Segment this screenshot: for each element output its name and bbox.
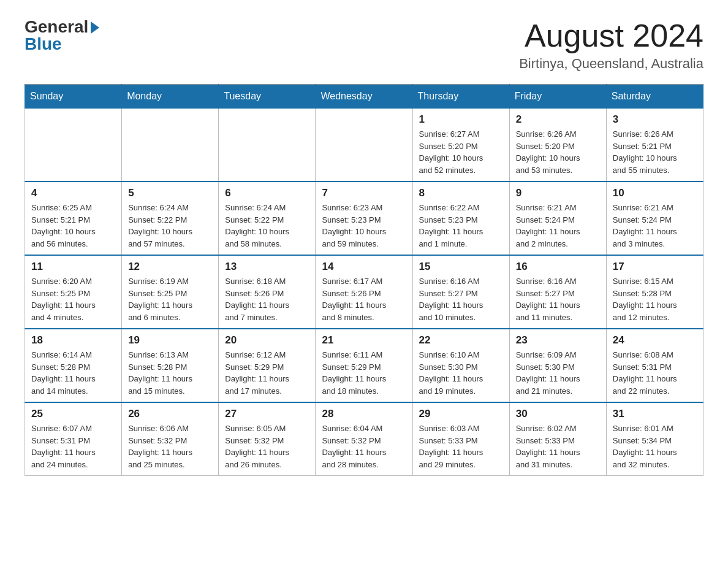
day-info: Sunrise: 6:02 AM Sunset: 5:33 PM Dayligh… (516, 423, 600, 470)
day-number: 23 (516, 334, 600, 347)
day-number: 25 (31, 408, 115, 420)
day-info: Sunrise: 6:09 AM Sunset: 5:30 PM Dayligh… (516, 349, 600, 397)
day-info: Sunrise: 6:26 AM Sunset: 5:20 PM Dayligh… (516, 128, 600, 176)
day-number: 24 (613, 334, 697, 347)
day-number: 9 (516, 187, 600, 199)
day-number: 16 (516, 261, 600, 273)
calendar-cell (316, 109, 412, 182)
calendar-cell: 25Sunrise: 6:07 AM Sunset: 5:31 PM Dayli… (25, 402, 122, 476)
day-number: 22 (419, 334, 503, 347)
calendar-header-saturday: Saturday (606, 85, 703, 109)
day-number: 8 (419, 187, 503, 199)
day-number: 30 (516, 408, 600, 420)
day-number: 15 (419, 261, 503, 273)
calendar-header-row: SundayMondayTuesdayWednesdayThursdayFrid… (25, 85, 703, 109)
calendar-cell: 17Sunrise: 6:15 AM Sunset: 5:28 PM Dayli… (606, 255, 703, 329)
day-info: Sunrise: 6:21 AM Sunset: 5:24 PM Dayligh… (516, 202, 600, 250)
calendar-cell: 13Sunrise: 6:18 AM Sunset: 5:26 PM Dayli… (219, 255, 316, 329)
calendar-header-wednesday: Wednesday (316, 85, 412, 109)
day-info: Sunrise: 6:26 AM Sunset: 5:21 PM Dayligh… (613, 128, 697, 176)
calendar-cell: 23Sunrise: 6:09 AM Sunset: 5:30 PM Dayli… (509, 329, 606, 402)
calendar-cell: 26Sunrise: 6:06 AM Sunset: 5:32 PM Dayli… (122, 402, 219, 476)
day-number: 27 (225, 408, 309, 420)
day-info: Sunrise: 6:12 AM Sunset: 5:29 PM Dayligh… (225, 349, 309, 397)
calendar-header-sunday: Sunday (25, 85, 122, 109)
calendar-cell: 5Sunrise: 6:24 AM Sunset: 5:22 PM Daylig… (122, 182, 219, 255)
day-info: Sunrise: 6:10 AM Sunset: 5:30 PM Dayligh… (419, 349, 503, 397)
calendar-header-tuesday: Tuesday (219, 85, 316, 109)
day-info: Sunrise: 6:14 AM Sunset: 5:28 PM Dayligh… (31, 349, 115, 397)
day-number: 19 (128, 334, 212, 347)
calendar-cell: 10Sunrise: 6:21 AM Sunset: 5:24 PM Dayli… (606, 182, 703, 255)
calendar-cell: 12Sunrise: 6:19 AM Sunset: 5:25 PM Dayli… (122, 255, 219, 329)
day-number: 31 (613, 408, 697, 420)
calendar-cell (122, 109, 219, 182)
day-number: 2 (516, 113, 600, 126)
day-number: 4 (31, 187, 115, 199)
calendar-header-thursday: Thursday (412, 85, 509, 109)
day-info: Sunrise: 6:11 AM Sunset: 5:29 PM Dayligh… (322, 349, 406, 397)
day-info: Sunrise: 6:20 AM Sunset: 5:25 PM Dayligh… (31, 275, 115, 323)
day-number: 3 (613, 113, 697, 126)
calendar-table: SundayMondayTuesdayWednesdayThursdayFrid… (25, 84, 703, 476)
calendar-week-row: 11Sunrise: 6:20 AM Sunset: 5:25 PM Dayli… (25, 255, 703, 329)
calendar-cell: 3Sunrise: 6:26 AM Sunset: 5:21 PM Daylig… (606, 109, 703, 182)
day-number: 14 (322, 261, 406, 273)
calendar-cell: 31Sunrise: 6:01 AM Sunset: 5:34 PM Dayli… (606, 402, 703, 476)
calendar-cell (25, 109, 122, 182)
calendar-cell: 16Sunrise: 6:16 AM Sunset: 5:27 PM Dayli… (509, 255, 606, 329)
calendar-cell: 2Sunrise: 6:26 AM Sunset: 5:20 PM Daylig… (509, 109, 606, 182)
day-info: Sunrise: 6:24 AM Sunset: 5:22 PM Dayligh… (128, 202, 212, 250)
day-number: 7 (322, 187, 406, 199)
day-info: Sunrise: 6:22 AM Sunset: 5:23 PM Dayligh… (419, 202, 503, 250)
calendar-header-friday: Friday (509, 85, 606, 109)
day-info: Sunrise: 6:04 AM Sunset: 5:32 PM Dayligh… (322, 423, 406, 470)
calendar-cell: 28Sunrise: 6:04 AM Sunset: 5:32 PM Dayli… (316, 402, 412, 476)
calendar-cell: 30Sunrise: 6:02 AM Sunset: 5:33 PM Dayli… (509, 402, 606, 476)
day-number: 20 (225, 334, 309, 347)
day-info: Sunrise: 6:19 AM Sunset: 5:25 PM Dayligh… (128, 275, 212, 323)
day-info: Sunrise: 6:03 AM Sunset: 5:33 PM Dayligh… (419, 423, 503, 470)
logo-blue-text: Blue (25, 36, 62, 53)
calendar-header-monday: Monday (122, 85, 219, 109)
calendar-cell: 7Sunrise: 6:23 AM Sunset: 5:23 PM Daylig… (316, 182, 412, 255)
logo: General Blue (25, 18, 99, 53)
day-number: 1 (419, 113, 503, 126)
day-info: Sunrise: 6:24 AM Sunset: 5:22 PM Dayligh… (225, 202, 309, 250)
month-title: August 2024 (519, 18, 703, 53)
calendar-cell: 20Sunrise: 6:12 AM Sunset: 5:29 PM Dayli… (219, 329, 316, 402)
calendar-cell: 14Sunrise: 6:17 AM Sunset: 5:26 PM Dayli… (316, 255, 412, 329)
day-info: Sunrise: 6:17 AM Sunset: 5:26 PM Dayligh… (322, 275, 406, 323)
day-info: Sunrise: 6:21 AM Sunset: 5:24 PM Dayligh… (613, 202, 697, 250)
day-number: 5 (128, 187, 212, 199)
day-number: 10 (613, 187, 697, 199)
day-info: Sunrise: 6:08 AM Sunset: 5:31 PM Dayligh… (613, 349, 697, 397)
calendar-cell: 18Sunrise: 6:14 AM Sunset: 5:28 PM Dayli… (25, 329, 122, 402)
day-number: 17 (613, 261, 697, 273)
calendar-cell: 4Sunrise: 6:25 AM Sunset: 5:21 PM Daylig… (25, 182, 122, 255)
day-number: 26 (128, 408, 212, 420)
day-number: 28 (322, 408, 406, 420)
calendar-cell: 6Sunrise: 6:24 AM Sunset: 5:22 PM Daylig… (219, 182, 316, 255)
day-info: Sunrise: 6:01 AM Sunset: 5:34 PM Dayligh… (613, 423, 697, 470)
calendar-cell (219, 109, 316, 182)
day-info: Sunrise: 6:18 AM Sunset: 5:26 PM Dayligh… (225, 275, 309, 323)
day-info: Sunrise: 6:23 AM Sunset: 5:23 PM Dayligh… (322, 202, 406, 250)
calendar-cell: 22Sunrise: 6:10 AM Sunset: 5:30 PM Dayli… (412, 329, 509, 402)
calendar-week-row: 1Sunrise: 6:27 AM Sunset: 5:20 PM Daylig… (25, 109, 703, 182)
day-info: Sunrise: 6:16 AM Sunset: 5:27 PM Dayligh… (419, 275, 503, 323)
calendar-cell: 24Sunrise: 6:08 AM Sunset: 5:31 PM Dayli… (606, 329, 703, 402)
page-header: General Blue August 2024 Birtinya, Queen… (25, 18, 703, 72)
day-info: Sunrise: 6:27 AM Sunset: 5:20 PM Dayligh… (419, 128, 503, 176)
calendar-week-row: 18Sunrise: 6:14 AM Sunset: 5:28 PM Dayli… (25, 329, 703, 402)
day-number: 13 (225, 261, 309, 273)
day-info: Sunrise: 6:16 AM Sunset: 5:27 PM Dayligh… (516, 275, 600, 323)
day-number: 18 (31, 334, 115, 347)
calendar-cell: 21Sunrise: 6:11 AM Sunset: 5:29 PM Dayli… (316, 329, 412, 402)
logo-general-text: General (25, 18, 88, 36)
calendar-cell: 19Sunrise: 6:13 AM Sunset: 5:28 PM Dayli… (122, 329, 219, 402)
calendar-cell: 1Sunrise: 6:27 AM Sunset: 5:20 PM Daylig… (412, 109, 509, 182)
calendar-cell: 27Sunrise: 6:05 AM Sunset: 5:32 PM Dayli… (219, 402, 316, 476)
calendar-cell: 11Sunrise: 6:20 AM Sunset: 5:25 PM Dayli… (25, 255, 122, 329)
day-info: Sunrise: 6:07 AM Sunset: 5:31 PM Dayligh… (31, 423, 115, 470)
